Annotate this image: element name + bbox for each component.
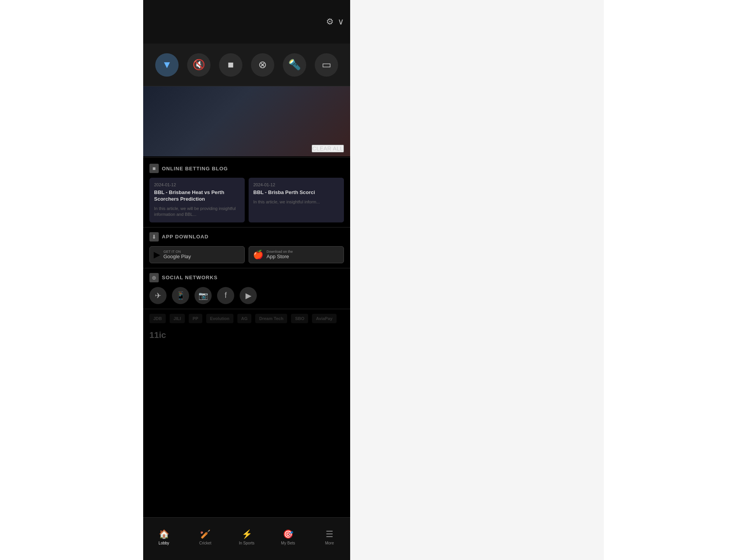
- nav-label-in-sports: In Sports: [239, 541, 254, 545]
- mute-icon[interactable]: 🔇: [187, 53, 210, 77]
- sponsor-logo-3: PP: [189, 314, 202, 323]
- home-icon: 🏠: [159, 529, 169, 539]
- blog-cards-container: 2024-01-12 BBL - Brisbane Heat vs Perth …: [149, 178, 344, 222]
- battery-icon[interactable]: ■: [219, 53, 242, 77]
- blog-card-2-date: 2024-01-12: [253, 182, 339, 187]
- blog-card-1-excerpt: In this article, we will be providing in…: [154, 206, 240, 218]
- chevron-down-icon[interactable]: ∨: [338, 17, 344, 27]
- quick-settings-panel: ▼ 🔇 ■ ⊗ 🔦 ▭: [143, 44, 350, 86]
- blog-card-1-date: 2024-01-12: [154, 182, 240, 187]
- instagram-icon[interactable]: 📷: [195, 287, 212, 304]
- sponsor-logo-8: AviaPay: [312, 314, 336, 323]
- phone-screen: ⚙ ∨ ▼ 🔇 ■ ⊗ 🔦 ▭ ⬇ Download Manager 11IC.…: [143, 0, 350, 560]
- sponsor-logo-1: JDB: [149, 314, 166, 323]
- app-download-section: ⬇ APP DOWNLOAD ▶ GET IT ON Google Play 🍎…: [143, 228, 350, 267]
- nav-item-lobby[interactable]: 🏠 Lobby: [143, 529, 184, 545]
- social-networks-section: ⊕ SOCIAL NETWORKS ✈ 📱 📷 f ▶: [143, 269, 350, 308]
- blog-section-title: ONLINE BETTING BLOG: [162, 166, 228, 172]
- blog-section: ■ ONLINE BETTING BLOG 2024-01-12 BBL - B…: [143, 158, 350, 226]
- sponsors-area: JDB JILI PP Evolution AG Dream Tech SBO …: [143, 310, 350, 327]
- nav-label-my-bets: My Bets: [281, 541, 295, 545]
- blog-card-2[interactable]: 2024-01-12 BBL - Brisba Perth Scorci In …: [249, 178, 344, 222]
- nav-item-more[interactable]: ☰ More: [309, 529, 350, 545]
- apple-icon: 🍎: [253, 250, 263, 260]
- blog-card-2-excerpt: In this article, we insightful inform...: [253, 199, 339, 205]
- google-play-button[interactable]: ▶ GET IT ON Google Play: [149, 246, 245, 263]
- nav-item-cricket[interactable]: 🏏 Cricket: [184, 529, 226, 545]
- blog-card-1-title: BBL - Brisbane Heat vs Perth Scorchers P…: [154, 189, 240, 203]
- status-bar: ⚙ ∨: [143, 0, 350, 44]
- sponsor-logo-4: Evolution: [206, 314, 233, 323]
- rotation-icon[interactable]: ⊗: [251, 53, 274, 77]
- app-store-small-text: Download on the: [267, 250, 293, 254]
- clear-all-button[interactable]: CLEAR ALL: [312, 145, 344, 152]
- sponsor-logo-7: SBO: [291, 314, 308, 323]
- app-store-button[interactable]: 🍎 Download on the App Store: [249, 246, 344, 263]
- nav-label-lobby: Lobby: [159, 541, 169, 545]
- app-download-title: APP DOWNLOAD: [162, 234, 209, 240]
- google-play-small-text: GET IT ON: [163, 250, 191, 254]
- social-networks-title: SOCIAL NETWORKS: [162, 275, 217, 280]
- blog-card-2-title: BBL - Brisba Perth Scorci: [253, 189, 339, 196]
- google-play-icon: ▶: [154, 250, 160, 260]
- cricket-icon: 🏏: [200, 529, 210, 539]
- social-section-icon: ⊕: [149, 273, 159, 282]
- brand-area: 11ic: [143, 327, 350, 343]
- more-icon: ☰: [326, 529, 333, 539]
- nav-label-cricket: Cricket: [199, 541, 211, 545]
- wifi-icon[interactable]: ▼: [155, 53, 179, 77]
- nav-label-more: More: [325, 541, 334, 545]
- header-image-area: CLEAR ALL: [143, 86, 350, 156]
- right-margin: [604, 0, 747, 560]
- sponsor-logo-6: Dream Tech: [255, 314, 287, 323]
- blog-card-1[interactable]: 2024-01-12 BBL - Brisbane Heat vs Perth …: [149, 178, 245, 222]
- store-buttons-container: ▶ GET IT ON Google Play 🍎 Download on th…: [149, 246, 344, 263]
- sponsor-logo-2: JILI: [170, 314, 185, 323]
- nav-item-my-bets[interactable]: 🎯 My Bets: [267, 529, 309, 545]
- gear-icon[interactable]: ⚙: [326, 17, 334, 27]
- my-bets-icon: 🎯: [283, 529, 293, 539]
- in-sports-icon: ⚡: [242, 529, 252, 539]
- whatsapp-icon[interactable]: 📱: [172, 287, 189, 304]
- app-store-large-text: App Store: [267, 254, 293, 259]
- nav-item-in-sports[interactable]: ⚡ In Sports: [226, 529, 267, 545]
- main-content: CLEAR ALL ■ ONLINE BETTING BLOG 2024-01-…: [143, 86, 350, 517]
- telegram-icon[interactable]: ✈: [149, 287, 167, 304]
- tablet-icon[interactable]: ▭: [315, 53, 338, 77]
- google-play-large-text: Google Play: [163, 254, 191, 259]
- bottom-navigation: 🏠 Lobby 🏏 Cricket ⚡ In Sports 🎯 My Bets …: [143, 517, 350, 560]
- facebook-icon[interactable]: f: [217, 287, 234, 304]
- download-section-icon: ⬇: [149, 232, 159, 242]
- blog-section-icon: ■: [149, 164, 159, 173]
- flashlight-icon[interactable]: 🔦: [283, 53, 306, 77]
- sponsor-logo-5: AG: [237, 314, 252, 323]
- brand-logo: 11ic: [149, 330, 166, 340]
- youtube-icon[interactable]: ▶: [240, 287, 257, 304]
- left-margin: [0, 0, 143, 560]
- social-icons-container: ✈ 📱 📷 f ▶: [149, 287, 344, 304]
